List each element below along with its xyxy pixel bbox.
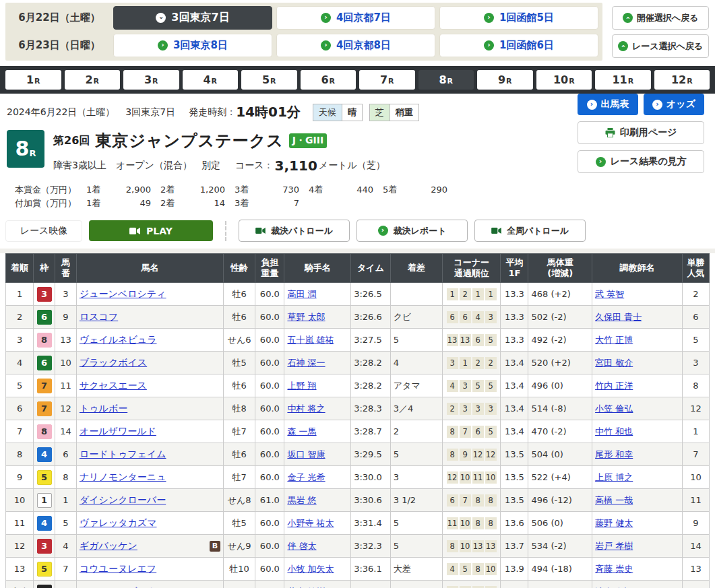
jockey-link[interactable]: 小牧 加矢太 bbox=[287, 564, 334, 574]
stewards-report-button[interactable]: › 裁決レポート bbox=[356, 220, 468, 242]
horse-name-link[interactable]: ブラックボイス bbox=[80, 357, 147, 368]
venue-button-kyoto8[interactable]: › 4回京都8日 bbox=[276, 34, 435, 57]
horse-name-link[interactable]: ダイシンクローバー bbox=[80, 494, 166, 505]
horse-weight: 468 (+2) bbox=[528, 283, 592, 306]
frame-number: 8 bbox=[37, 333, 52, 348]
horse-name-link[interactable]: サクセスエース bbox=[80, 380, 147, 391]
venue-select-band: 6月22日（土曜） › 3回東京7日 › 4回京都7日 › 1回函館5日 6月2… bbox=[5, 3, 602, 61]
entry-table-button[interactable]: › 出馬表 bbox=[578, 94, 638, 115]
trainer-link[interactable]: 高橋 一哉 bbox=[595, 495, 633, 505]
stewards-patrol-button[interactable]: 裁決パトロール bbox=[239, 220, 350, 242]
trainer-link[interactable]: 久保田 貴士 bbox=[595, 312, 642, 322]
play-button[interactable]: PLAY bbox=[89, 220, 213, 241]
jockey-link[interactable]: 石神 深一 bbox=[287, 358, 325, 368]
race-tab-11r[interactable]: 11R bbox=[595, 70, 651, 90]
jockey-link[interactable]: 坂口 智康 bbox=[287, 449, 325, 459]
column-header: コーナー 通過順位 bbox=[442, 254, 500, 283]
jockey-link[interactable]: 金子 光希 bbox=[287, 472, 325, 482]
finish-time: 3:29.5 bbox=[351, 443, 391, 466]
race-tab-5r[interactable]: 5R bbox=[241, 70, 297, 90]
all-around-patrol-label: 全周パトロール bbox=[507, 225, 569, 237]
sex-age: 牡6 bbox=[223, 374, 255, 397]
trainer-link[interactable]: 大竹 正博 bbox=[595, 335, 633, 345]
trainer-link[interactable]: 藤野 健太 bbox=[595, 518, 633, 528]
corner-order-cell: 12101110 bbox=[442, 466, 500, 489]
horse-weight: 496 (-12) bbox=[528, 489, 592, 512]
back-to-meeting-select-button[interactable]: › 開催選択へ戻る bbox=[612, 6, 709, 30]
trainer-link[interactable]: 中竹 和也 bbox=[595, 426, 633, 436]
horse-name-link[interactable]: ギガバッケン bbox=[80, 540, 137, 551]
race-tab-9r[interactable]: 9R bbox=[477, 70, 533, 90]
avg-1f: 13.9 bbox=[501, 558, 528, 581]
race-tab-6r[interactable]: 6R bbox=[301, 70, 356, 90]
jockey-link[interactable]: 草野 太郎 bbox=[287, 312, 325, 322]
added-prize-row: 付加賞（万円） 1着492着143着7 bbox=[15, 197, 710, 210]
trainer-cell: 高橋 一哉 bbox=[592, 489, 683, 512]
jockey-link[interactable]: 森 一馬 bbox=[287, 426, 316, 436]
print-page-button[interactable]: 印刷用ページ bbox=[578, 121, 704, 144]
corner-position: 6 bbox=[447, 311, 458, 323]
jockey-link[interactable]: 伴 啓太 bbox=[287, 541, 316, 551]
jockey-link[interactable]: 黒岩 悠 bbox=[287, 495, 316, 505]
trainer-cell: 大竹 正博 bbox=[592, 329, 683, 352]
race-tab-2r[interactable]: 2R bbox=[65, 70, 121, 90]
trainer-link[interactable]: 武 英智 bbox=[595, 289, 624, 299]
race-tab-8r[interactable]: 8R bbox=[418, 70, 474, 90]
horse-name-link[interactable]: ナリノモンターニュ bbox=[80, 471, 166, 482]
race-tab-7r[interactable]: 7R bbox=[359, 70, 415, 90]
trainer-link[interactable]: 宮田 敬介 bbox=[595, 358, 633, 368]
corner-position: 2 bbox=[447, 403, 458, 415]
horse-name-link[interactable]: ジューンベロシティ bbox=[80, 288, 166, 299]
finish-time: 3:26.6 bbox=[351, 306, 391, 329]
race-info-section: 2024年6月22日（土曜） 3回東京7日 発走時刻： 14時01分 天候 晴 … bbox=[0, 94, 715, 210]
horse-weight: 520 (+2) bbox=[528, 352, 592, 374]
venue-button-hakodate5[interactable]: › 1回函館5日 bbox=[439, 6, 598, 30]
trainer-link[interactable]: 上原 博之 bbox=[595, 472, 633, 482]
race-tab-number: 2 bbox=[85, 73, 92, 86]
jockey-link[interactable]: 小野寺 祐太 bbox=[287, 518, 334, 528]
race-tab-number: 1 bbox=[26, 73, 34, 86]
how-to-read-button[interactable]: › レース結果の見方 bbox=[578, 150, 704, 173]
horse-name-link[interactable]: トゥルボー bbox=[80, 403, 127, 414]
back-to-race-select-button[interactable]: › レース選択へ戻る bbox=[612, 34, 709, 58]
race-tab-12r[interactable]: 12R bbox=[654, 70, 710, 90]
corner-order-cell: 131365 bbox=[442, 329, 500, 352]
trainer-link[interactable]: 尾形 和幸 bbox=[595, 449, 633, 459]
race-tab-number: 8 bbox=[439, 73, 446, 86]
horse-name-link[interactable]: ロスコフ bbox=[80, 311, 118, 322]
venue-label: 3回東京7日 bbox=[171, 11, 229, 25]
all-around-patrol-button[interactable]: 全周パトロール bbox=[474, 220, 586, 242]
race-tab-3r[interactable]: 3R bbox=[123, 70, 179, 90]
frame-cell: 1 bbox=[34, 489, 55, 512]
chevron-right-icon: › bbox=[652, 100, 662, 110]
corner-order-cell: 1211 bbox=[442, 283, 500, 306]
race-tab-10r[interactable]: 10R bbox=[536, 70, 592, 90]
corner-position: 13 bbox=[472, 540, 484, 552]
horse-name-link[interactable]: ヴァレッタカズマ bbox=[80, 517, 157, 528]
horse-name-link[interactable]: オールザワールド bbox=[80, 426, 156, 436]
trainer-link[interactable]: 岩戸 孝樹 bbox=[595, 541, 633, 551]
horse-name-link[interactable]: ロードトゥフェイム bbox=[80, 449, 166, 459]
trainer-cell: 岩戸 孝樹 bbox=[592, 535, 683, 558]
odds-button[interactable]: › オッズ bbox=[644, 94, 704, 115]
trainer-link[interactable]: 斉藤 崇史 bbox=[595, 564, 633, 574]
corner-order-cell: 6643 bbox=[442, 306, 500, 329]
venue-button-kyoto7[interactable]: › 4回京都7日 bbox=[276, 6, 435, 30]
avg-1f: 13.3 bbox=[501, 306, 528, 329]
venue-button-tokyo8[interactable]: › 3回東京8日 bbox=[113, 34, 272, 57]
jockey-link[interactable]: 五十嵐 雄祐 bbox=[287, 335, 334, 345]
jockey-cell: 中村 将之 bbox=[284, 397, 351, 420]
corner-position: 9 bbox=[460, 449, 471, 461]
horse-name-link[interactable]: コウユーヌレエフ bbox=[80, 563, 156, 574]
horse-name-link[interactable]: ヴェイルネビュラ bbox=[80, 334, 157, 345]
jockey-link[interactable]: 中村 将之 bbox=[287, 403, 325, 414]
column-header: 馬 番 bbox=[55, 254, 77, 283]
venue-button-tokyo7[interactable]: › 3回東京7日 bbox=[113, 6, 272, 30]
race-tab-4r[interactable]: 4R bbox=[183, 70, 239, 90]
trainer-link[interactable]: 小笠 倫弘 bbox=[595, 403, 633, 414]
jockey-link[interactable]: 上野 翔 bbox=[287, 381, 316, 391]
trainer-link[interactable]: 竹内 正洋 bbox=[595, 381, 633, 391]
jockey-link[interactable]: 高田 潤 bbox=[287, 289, 316, 299]
race-tab-1r[interactable]: 1R bbox=[5, 70, 61, 90]
venue-button-hakodate6[interactable]: › 1回函館6日 bbox=[439, 34, 598, 57]
